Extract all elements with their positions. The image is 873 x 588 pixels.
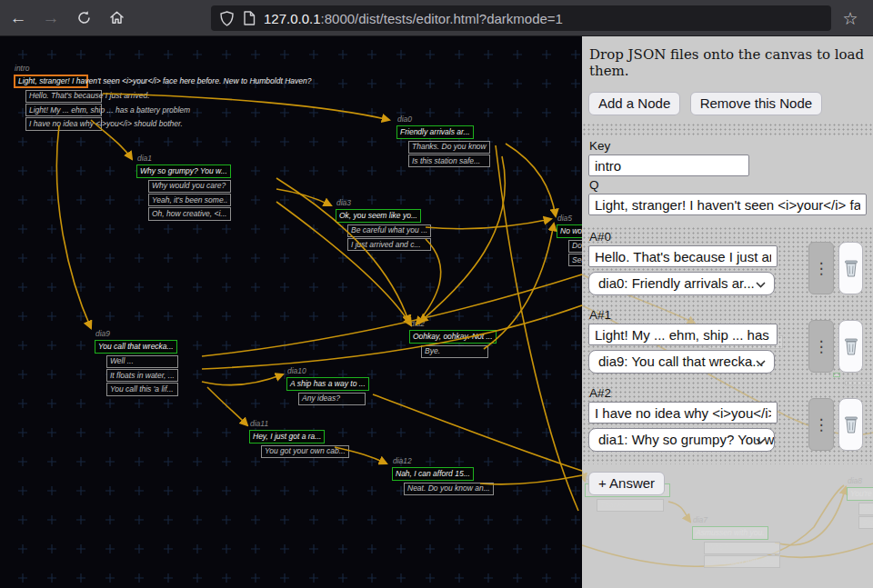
node-question-box[interactable]: Light, stranger! I haven't seen <i>your<… bbox=[14, 75, 88, 87]
dialogue-edge bbox=[775, 487, 846, 545]
node-actions: Add a Node Remove this Node bbox=[588, 92, 867, 115]
answer-1-delete-button[interactable] bbox=[838, 320, 863, 373]
answer-0-drag-handle[interactable]: ⋮ bbox=[808, 242, 834, 294]
chevron-down-icon bbox=[756, 438, 766, 444]
node-answer-box[interactable]: Neat. Do you know an... bbox=[404, 483, 494, 495]
node-answers: Well ...It floats in water, ...You call … bbox=[106, 354, 178, 396]
node-answers: Who?Asmussen with you. bbox=[704, 541, 780, 569]
browser-toolbar: ← → 127.0.0.1:8000/dist/tests/editor.htm… bbox=[0, 0, 873, 36]
answer-2-input[interactable] bbox=[588, 402, 778, 424]
answer-2-delete-button[interactable] bbox=[838, 398, 863, 451]
node-dia3[interactable]: dia3Ok, you seem like yo...Be careful wh… bbox=[336, 199, 431, 251]
answer-2-label: A#2 bbox=[589, 386, 778, 400]
node-dia0[interactable]: dia0Friendly arrivals ar...Thanks. Do yo… bbox=[396, 115, 490, 167]
add-answer-button[interactable]: + Answer bbox=[588, 472, 665, 495]
reload-icon[interactable] bbox=[69, 4, 98, 33]
trash-icon bbox=[842, 414, 860, 434]
node-answer-box[interactable]: I just arrived and c... bbox=[347, 238, 431, 251]
node-answer-box[interactable]: Hello. That's because I just arrived. bbox=[25, 90, 102, 103]
node-key-label: dia10 bbox=[287, 367, 369, 375]
q-label: Q bbox=[589, 178, 867, 192]
back-icon[interactable]: ← bbox=[4, 4, 33, 33]
answer-1-drag-handle[interactable]: ⋮ bbox=[808, 320, 834, 373]
node-answer-box[interactable]: Be careful what you ... bbox=[347, 224, 431, 237]
add-node-button[interactable]: Add a Node bbox=[588, 92, 680, 115]
node-answer-box[interactable]: Well ... bbox=[106, 355, 178, 368]
node-answer-box[interactable]: Is this station safe... bbox=[408, 154, 490, 167]
node-answer-box[interactable]: You call this 'a lif... bbox=[106, 383, 178, 395]
node-key-label: intro bbox=[15, 65, 102, 73]
page-info-icon[interactable] bbox=[243, 11, 256, 25]
home-icon[interactable] bbox=[102, 4, 131, 33]
node-answer-box[interactable]: Oh, how creative, <i... bbox=[148, 207, 231, 220]
node-dia11[interactable]: dia11Hey, I just got a ra...You got your… bbox=[249, 420, 349, 458]
answer-0-delete-button[interactable] bbox=[838, 242, 863, 294]
node-answers: Bye. bbox=[421, 344, 488, 358]
key-label: Key bbox=[589, 139, 867, 153]
node-dia1[interactable]: dia1Why so grumpy? You w...Why would you… bbox=[136, 154, 231, 221]
answer-row-0: A#0 dia0: Friendly arrivals ar... ⋮ bbox=[588, 230, 867, 295]
answer-0-target-select[interactable]: dia0: Friendly arrivals ar... bbox=[588, 272, 775, 295]
node-question-box[interactable]: Friendly arrivals ar... bbox=[396, 125, 474, 138]
node-question-box[interactable]: Asmussen with you. bbox=[692, 526, 768, 539]
node-question-box[interactable]: Why so grumpy? You w... bbox=[136, 164, 231, 177]
node-answer-box[interactable]: Bye. bbox=[421, 345, 488, 358]
node-answers: Any ideas? bbox=[298, 392, 366, 405]
node-answer-box[interactable]: You got your own cab... bbox=[261, 445, 349, 458]
app-window: ← → 127.0.0.1:8000/dist/tests/editor.htm… bbox=[0, 0, 873, 588]
chevron-down-icon bbox=[756, 282, 766, 288]
node-dia9[interactable]: dia9You call that wrecka...Well ...It fl… bbox=[95, 330, 178, 396]
divider bbox=[582, 123, 873, 137]
question-input[interactable] bbox=[588, 194, 867, 215]
node-answer-box[interactable]: It floats in water, ... bbox=[106, 369, 178, 382]
node-answers: Neat. Do you know an... bbox=[404, 482, 494, 495]
node-question-box[interactable]: Hey, I just got a ra... bbox=[249, 430, 325, 443]
node-key-label: dia11 bbox=[250, 420, 349, 428]
node-question-box[interactable]: Ok, you seem like yo... bbox=[336, 209, 421, 222]
node-intro[interactable]: introLight, stranger! I haven't seen <i>… bbox=[14, 65, 102, 131]
answer-0-input[interactable] bbox=[588, 245, 778, 267]
node-question-box[interactable]: You call that wrecka... bbox=[95, 340, 177, 353]
node-dia12[interactable]: dia12Nah, I can afford 15...Neat. Do you… bbox=[392, 457, 494, 495]
node-question-box[interactable]: Oohkay, oohkay. Not ... bbox=[409, 330, 497, 343]
dialogue-edge bbox=[668, 502, 690, 522]
url-bar[interactable]: 127.0.0.1:8000/dist/tests/editor.html?da… bbox=[211, 5, 831, 31]
node-answer-box[interactable]: Thanks. Do you know bbox=[408, 141, 490, 154]
node-answer-box[interactable]: Who? bbox=[704, 542, 780, 554]
remove-node-button[interactable]: Remove this Node bbox=[690, 92, 822, 115]
answer-1-input[interactable] bbox=[588, 324, 778, 345]
node-question-box[interactable]: Nah, I can afford 15... bbox=[392, 467, 474, 480]
node-answer-box[interactable]: Yeah, it's been some.. bbox=[148, 194, 231, 206]
answer-row-1: A#1 dia9: You call that wrecka... ⋮ bbox=[588, 308, 867, 374]
node-answers: Be careful what you ...I just arrived an… bbox=[347, 224, 431, 252]
forward-icon[interactable]: → bbox=[36, 4, 65, 33]
node-key-label: dia2 bbox=[410, 320, 497, 328]
node-answers: Thanks! bbox=[597, 498, 664, 512]
node-question-box[interactable]: A ship has a way to ... bbox=[286, 377, 369, 390]
answer-2-target-select[interactable]: dia1: Why so grumpy? You w... bbox=[588, 428, 775, 452]
node-dia10[interactable]: dia10A ship has a way to ...Any ideas? bbox=[286, 367, 369, 405]
node-dia7[interactable]: dia7Asmussen with you.Who?Asmussen with … bbox=[692, 516, 780, 568]
node-answer-box[interactable]: Any ideas? bbox=[298, 393, 366, 405]
node-dia2[interactable]: dia2Oohkay, oohkay. Not ...Bye. bbox=[409, 320, 497, 358]
node-key-label: dia9 bbox=[95, 330, 178, 338]
node-answer-box[interactable]: Light! My ... ehm, ship ... has a batter… bbox=[25, 104, 102, 116]
node-answer-box[interactable]: Why would you care? bbox=[148, 180, 231, 193]
editor-panel: dia6Sure! Ask Luka over ...Thanks!dia7As… bbox=[582, 36, 873, 588]
bookmark-star-icon[interactable]: ☆ bbox=[835, 0, 866, 36]
node-answer-box[interactable]: I have no idea why <i>you</i> should bot… bbox=[25, 117, 102, 130]
drop-json-hint: Drop JSON files onto the canvas to load … bbox=[589, 46, 867, 79]
answer-1-target-select[interactable]: dia9: You call that wrecka... bbox=[588, 350, 775, 374]
node-answer-box[interactable]: Sigh... bbox=[858, 516, 873, 529]
node-answers: Same...Sigh... bbox=[858, 502, 873, 530]
tracking-protection-shield-icon bbox=[220, 11, 234, 26]
node-answer-box[interactable]: Same... bbox=[858, 503, 873, 515]
node-key-label: dia0 bbox=[397, 115, 490, 124]
node-answer-box[interactable]: Thanks! bbox=[597, 499, 664, 512]
node-answer-box[interactable]: Asmussen with you. bbox=[704, 555, 780, 568]
answer-0-label: A#0 bbox=[589, 230, 778, 244]
key-input[interactable] bbox=[588, 154, 749, 176]
node-answers: Hello. That's because I just arrived.Lig… bbox=[25, 89, 102, 131]
node-key-label: dia3 bbox=[336, 199, 431, 207]
answer-2-drag-handle[interactable]: ⋮ bbox=[808, 398, 834, 451]
